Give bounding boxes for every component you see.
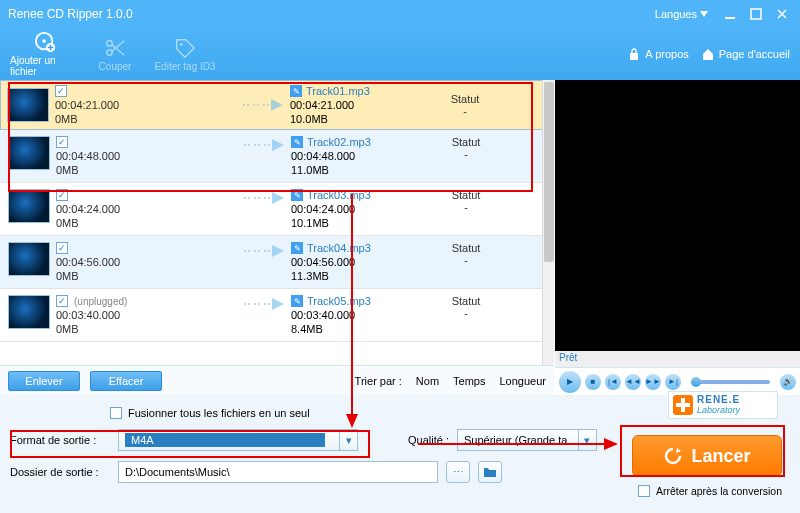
track-output-info: ✎Track03.mp300:04:24.00010.1MB bbox=[291, 189, 431, 229]
outdir-browse-button[interactable] bbox=[478, 461, 502, 483]
sort-by-label: Trier par : bbox=[355, 375, 402, 387]
track-source-size: 0MB bbox=[56, 164, 236, 176]
launch-button[interactable]: Lancer bbox=[632, 435, 782, 477]
track-status: Statut- bbox=[431, 136, 501, 160]
track-checkbox[interactable]: ✓ bbox=[56, 295, 68, 307]
sort-length[interactable]: Longueur bbox=[500, 375, 547, 387]
track-output-size: 11.3MB bbox=[291, 270, 431, 282]
outdir-label: Dossier de sortie : bbox=[10, 466, 110, 478]
track-row[interactable]: ✓00:04:24.0000MB✎Track03.mp300:04:24.000… bbox=[0, 183, 554, 236]
languages-dropdown[interactable]: Langues bbox=[649, 6, 714, 22]
track-checkbox[interactable]: ✓ bbox=[56, 189, 68, 201]
track-output-size: 11.0MB bbox=[291, 164, 431, 176]
edit-icon[interactable]: ✎ bbox=[291, 136, 303, 148]
scissors-icon bbox=[104, 37, 126, 59]
track-checkbox[interactable]: ✓ bbox=[56, 136, 68, 148]
folder-icon bbox=[483, 466, 497, 478]
track-output-duration: 00:04:24.000 bbox=[291, 203, 431, 215]
rewind-button[interactable]: ◄◄ bbox=[625, 374, 641, 390]
seek-bar[interactable] bbox=[691, 380, 770, 384]
format-select[interactable]: M4A ▾ bbox=[118, 429, 358, 451]
outdir-input[interactable]: D:\Documents\Music\ bbox=[118, 461, 438, 483]
svg-point-7 bbox=[180, 42, 183, 45]
svg-rect-0 bbox=[725, 17, 735, 19]
track-source-info: ✓00:04:48.0000MB bbox=[56, 136, 236, 176]
track-output-size: 10.0MB bbox=[290, 113, 430, 125]
stop-button[interactable]: ■ bbox=[585, 374, 601, 390]
edit-icon[interactable]: ✎ bbox=[291, 295, 303, 307]
sort-time[interactable]: Temps bbox=[453, 375, 485, 387]
track-source-size: 0MB bbox=[56, 217, 236, 229]
track-output-size: 10.1MB bbox=[291, 217, 431, 229]
volume-button[interactable]: 🔊 bbox=[780, 374, 796, 390]
brand-logo: RENE.E Laboratory bbox=[668, 391, 778, 419]
track-duration: 00:03:40.000 bbox=[56, 309, 236, 321]
edit-icon[interactable]: ✎ bbox=[291, 242, 303, 254]
merge-checkbox[interactable] bbox=[110, 407, 122, 419]
home-icon bbox=[701, 47, 715, 61]
stop-after-label: Arrêter après la conversion bbox=[656, 485, 782, 497]
play-button[interactable]: ▶ bbox=[559, 371, 581, 393]
homepage-link[interactable]: Page d'accueil bbox=[701, 47, 790, 61]
minimize-button[interactable] bbox=[720, 4, 740, 24]
list-footer: Enlever Effacer Trier par : Nom Temps Lo… bbox=[0, 365, 554, 395]
edit-tag-button[interactable]: Editer tag ID3 bbox=[150, 37, 220, 72]
track-output-name: Track03.mp3 bbox=[307, 189, 371, 201]
sort-name[interactable]: Nom bbox=[416, 375, 439, 387]
svg-rect-1 bbox=[751, 9, 761, 19]
track-row[interactable]: ✓00:04:56.0000MB✎Track04.mp300:04:56.000… bbox=[0, 236, 554, 289]
track-row[interactable]: ✓00:04:48.0000MB✎Track02.mp300:04:48.000… bbox=[0, 130, 554, 183]
track-source-size: 0MB bbox=[55, 113, 235, 125]
track-duration: 00:04:56.000 bbox=[56, 256, 236, 268]
edit-icon[interactable]: ✎ bbox=[290, 85, 302, 97]
track-thumbnail bbox=[8, 136, 50, 170]
maximize-button[interactable] bbox=[746, 4, 766, 24]
track-output-name: Track04.mp3 bbox=[307, 242, 371, 254]
prev-button[interactable]: |◄ bbox=[605, 374, 621, 390]
lock-icon bbox=[627, 47, 641, 61]
toolbar: Ajouter un fichier Couper Editer tag ID3… bbox=[0, 28, 800, 80]
track-duration: 00:04:48.000 bbox=[56, 150, 236, 162]
stop-after-checkbox[interactable] bbox=[638, 485, 650, 497]
arrow-icon bbox=[236, 189, 291, 207]
svg-rect-8 bbox=[630, 53, 638, 60]
forward-button[interactable]: ►► bbox=[645, 374, 661, 390]
seek-knob[interactable] bbox=[691, 377, 701, 387]
track-status: Statut- bbox=[431, 242, 501, 266]
tag-icon bbox=[174, 37, 196, 59]
outdir-open-button[interactable]: ⋯ bbox=[446, 461, 470, 483]
track-source-info: ✓(unplugged)00:03:40.0000MB bbox=[56, 295, 236, 335]
track-row[interactable]: ✓(unplugged)00:03:40.0000MB✎Track05.mp30… bbox=[0, 289, 554, 342]
track-duration: 00:04:21.000 bbox=[55, 99, 235, 111]
format-label: Format de sortie : bbox=[10, 434, 110, 446]
stop-after-row: Arrêter après la conversion bbox=[638, 485, 782, 497]
remove-button[interactable]: Enlever bbox=[8, 371, 80, 391]
track-checkbox[interactable]: ✓ bbox=[55, 85, 67, 97]
track-thumbnail bbox=[7, 88, 49, 122]
arrow-icon bbox=[236, 136, 291, 154]
edit-icon[interactable]: ✎ bbox=[291, 189, 303, 201]
track-output-duration: 00:03:40.000 bbox=[291, 309, 431, 321]
track-source-info: ✓00:04:21.0000MB bbox=[55, 85, 235, 125]
list-scrollbar[interactable] bbox=[542, 80, 554, 395]
logo-cross-icon bbox=[673, 395, 693, 415]
add-file-button[interactable]: Ajouter un fichier bbox=[10, 31, 80, 77]
arrow-icon bbox=[236, 295, 291, 313]
track-output-name: Track01.mp3 bbox=[306, 85, 370, 97]
track-thumbnail bbox=[8, 189, 50, 223]
track-checkbox[interactable]: ✓ bbox=[56, 242, 68, 254]
next-button[interactable]: ►| bbox=[665, 374, 681, 390]
track-row[interactable]: ✓00:04:21.0000MB✎Track01.mp300:04:21.000… bbox=[0, 80, 554, 130]
track-status: Statut- bbox=[431, 189, 501, 213]
track-output-info: ✎Track02.mp300:04:48.00011.0MB bbox=[291, 136, 431, 176]
track-output-name: Track05.mp3 bbox=[307, 295, 371, 307]
clear-button[interactable]: Effacer bbox=[90, 371, 162, 391]
about-link[interactable]: A propos bbox=[627, 47, 688, 61]
track-output-info: ✎Track04.mp300:04:56.00011.3MB bbox=[291, 242, 431, 282]
disc-add-icon bbox=[34, 31, 56, 53]
quality-select[interactable]: Supérieur (Grande ta ▾ bbox=[457, 429, 597, 451]
merge-label: Fusionner tous les fichiers en un seul bbox=[128, 407, 310, 419]
cut-button[interactable]: Couper bbox=[80, 37, 150, 72]
chevron-down-icon: ▾ bbox=[339, 430, 357, 450]
close-button[interactable] bbox=[772, 4, 792, 24]
